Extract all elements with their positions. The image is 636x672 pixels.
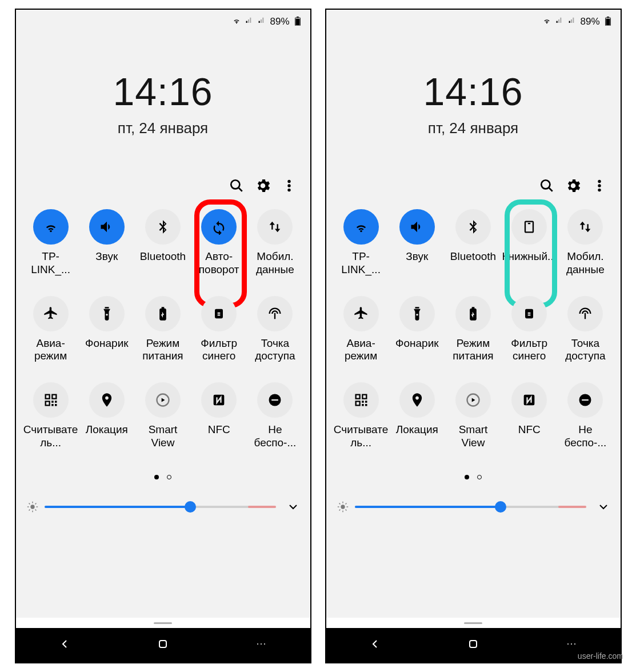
sound-icon[interactable] xyxy=(89,209,125,245)
tile-battery[interactable]: Режим питания xyxy=(445,296,501,363)
data-icon[interactable] xyxy=(257,209,293,245)
tile-qr[interactable]: Считыватель... xyxy=(23,382,79,450)
nav-back-icon[interactable] xyxy=(58,637,71,653)
tile-wifi[interactable]: TP-LINK_... xyxy=(333,209,389,277)
airplane-icon[interactable] xyxy=(343,296,379,331)
signal1-icon xyxy=(245,16,254,28)
bluefilter-icon[interactable] xyxy=(201,296,237,331)
tile-location[interactable]: Локация xyxy=(79,382,135,450)
svg-rect-43 xyxy=(470,641,477,647)
tile-wifi[interactable]: TP-LINK_... xyxy=(23,209,79,277)
svg-line-40 xyxy=(345,509,346,510)
tile-battery[interactable]: Режим питания xyxy=(135,296,191,363)
smartview-icon[interactable] xyxy=(455,382,491,418)
panel-actions xyxy=(16,178,310,193)
tile-portrait[interactable]: Книжный... xyxy=(501,209,557,277)
tile-data[interactable]: Мобил. данные xyxy=(557,209,613,277)
wifi-icon[interactable] xyxy=(343,209,379,245)
bluetooth-icon[interactable] xyxy=(455,209,491,245)
dot-inactive[interactable] xyxy=(477,475,482,479)
search-icon[interactable] xyxy=(539,178,554,193)
wifi-icon xyxy=(542,16,551,28)
tile-bluefilter[interactable]: Фильтр синего xyxy=(191,296,247,363)
portrait-icon[interactable] xyxy=(511,209,547,245)
dot-active[interactable] xyxy=(154,475,159,479)
dnd-icon[interactable] xyxy=(257,382,293,418)
tile-hotspot[interactable]: Точка доступа xyxy=(557,296,613,363)
chevron-down-icon[interactable] xyxy=(597,500,610,514)
tile-sound[interactable]: Звук xyxy=(79,209,135,277)
location-icon[interactable] xyxy=(399,382,435,418)
bluetooth-icon[interactable] xyxy=(145,209,181,245)
dot-inactive[interactable] xyxy=(167,475,171,479)
tile-qr[interactable]: Считыватель... xyxy=(333,382,389,450)
nfc-icon[interactable] xyxy=(511,382,547,418)
date[interactable]: пт, 24 января xyxy=(16,119,310,137)
tile-smartview[interactable]: Smart View xyxy=(445,382,501,450)
svg-point-10 xyxy=(287,180,290,183)
overflow-icon[interactable] xyxy=(282,178,297,193)
tile-airplane[interactable]: Авиа-режим xyxy=(23,296,79,363)
battery-text: 89% xyxy=(580,16,599,27)
tile-hotspot[interactable]: Точка доступа xyxy=(247,296,303,363)
nfc-icon[interactable] xyxy=(201,382,237,418)
svg-rect-6 xyxy=(297,17,299,18)
date[interactable]: пт, 24 января xyxy=(326,119,621,137)
gear-icon[interactable] xyxy=(566,178,581,193)
tile-bluefilter[interactable]: Фильтр синего xyxy=(501,296,557,363)
bluefilter-icon[interactable] xyxy=(511,296,547,331)
tile-data[interactable]: Мобил. данные xyxy=(247,209,303,277)
tile-nfc[interactable]: NFC xyxy=(191,382,247,450)
tile-flashlight[interactable]: Фонарик xyxy=(389,296,445,363)
tile-label: Локация xyxy=(396,423,438,437)
signal2-icon xyxy=(257,16,266,28)
gear-icon[interactable] xyxy=(255,178,270,193)
airplane-icon[interactable] xyxy=(33,296,69,331)
tile-dnd[interactable]: Не беспо-... xyxy=(247,382,303,450)
flashlight-icon[interactable] xyxy=(89,296,125,331)
tile-airplane[interactable]: Авиа-режим xyxy=(333,296,389,363)
data-icon[interactable] xyxy=(567,209,603,245)
nav-back-icon[interactable] xyxy=(368,637,382,653)
battery-icon[interactable] xyxy=(145,296,181,331)
smartview-icon[interactable] xyxy=(145,382,181,418)
dot-active[interactable] xyxy=(465,475,469,479)
tile-smartview[interactable]: Smart View xyxy=(135,382,191,450)
dnd-icon[interactable] xyxy=(567,382,603,418)
wifi-icon[interactable] xyxy=(33,209,69,245)
status-bar: 89% xyxy=(326,10,621,34)
overflow-icon[interactable] xyxy=(592,178,607,193)
drag-handle-bar[interactable] xyxy=(16,618,310,628)
location-icon[interactable] xyxy=(89,382,125,418)
sound-icon[interactable] xyxy=(399,209,435,245)
tile-sound[interactable]: Звук xyxy=(389,209,445,277)
search-icon[interactable] xyxy=(229,178,244,193)
tile-label: Фильтр синего xyxy=(191,337,246,363)
drag-handle-bar[interactable] xyxy=(326,618,621,628)
qr-icon[interactable] xyxy=(343,382,379,418)
tile-location[interactable]: Локация xyxy=(389,382,445,450)
flashlight-icon[interactable] xyxy=(399,296,435,331)
nav-home-icon[interactable] xyxy=(156,637,170,653)
battery-icon xyxy=(603,17,610,27)
hotspot-icon[interactable] xyxy=(257,296,293,331)
battery-icon[interactable] xyxy=(455,296,491,331)
brightness-slider[interactable] xyxy=(355,506,586,508)
nav-home-icon[interactable] xyxy=(466,637,480,653)
autorotate-icon[interactable] xyxy=(201,209,237,245)
tile-dnd[interactable]: Не беспо-... xyxy=(557,382,613,450)
nav-recents-icon[interactable] xyxy=(565,637,578,653)
chevron-down-icon[interactable] xyxy=(286,500,300,514)
brightness-icon xyxy=(337,501,349,513)
tile-label: Bluetooth xyxy=(450,250,496,263)
brightness-slider[interactable] xyxy=(45,506,276,508)
hotspot-icon[interactable] xyxy=(567,296,603,331)
qr-icon[interactable] xyxy=(33,382,69,418)
nav-recents-icon[interactable] xyxy=(254,637,268,653)
tile-autorotate[interactable]: Авто-поворот xyxy=(191,209,247,277)
tile-bluetooth[interactable]: Bluetooth xyxy=(135,209,191,277)
tile-nfc[interactable]: NFC xyxy=(501,382,557,450)
tile-bluetooth[interactable]: Bluetooth xyxy=(445,209,501,277)
brightness-icon xyxy=(26,501,39,513)
tile-flashlight[interactable]: Фонарик xyxy=(79,296,135,363)
